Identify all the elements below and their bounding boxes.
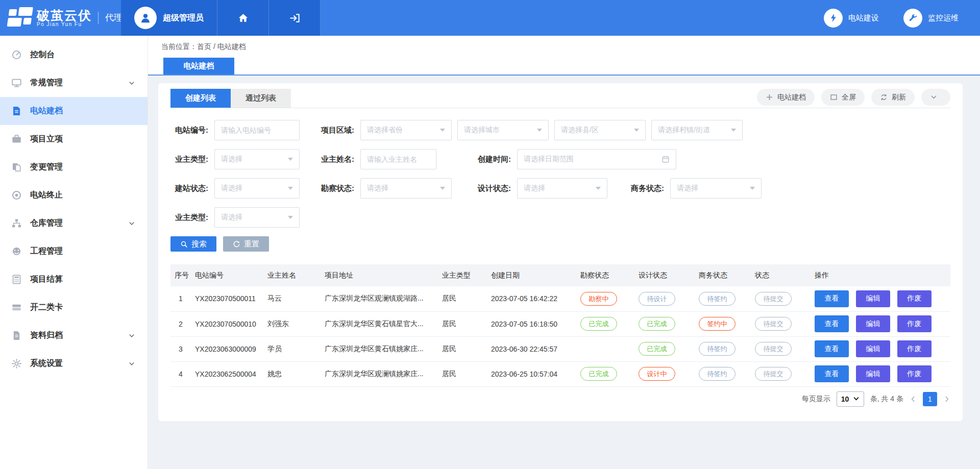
filter-row-1: 电站编号: 项目区域: 请选择省份 请选择城市 请选择县/区 请选择村镇/街道 <box>170 120 950 140</box>
sidebar-item[interactable]: 变更管理 <box>0 153 148 181</box>
filter-row-3: 建站状态: 请选择 勘察状态: 请选择 设计状态: 请选择 商务状态: <box>170 178 950 199</box>
table-header-cell: 业主姓名 <box>263 264 321 286</box>
next-page-button[interactable] <box>943 396 950 403</box>
filter-row-2: 业主类型: 请选择 业主姓名: 创建时间: 请选择日期范围 <box>170 149 950 169</box>
per-page-select[interactable]: 10 <box>837 391 864 407</box>
cell-owner-name: 学员 <box>263 336 321 361</box>
toolbar-button[interactable]: 电站建档 <box>757 89 815 106</box>
cell-index: 2 <box>170 311 191 336</box>
edit-button[interactable]: 编辑 <box>856 365 890 382</box>
void-button[interactable]: 作废 <box>897 340 932 357</box>
owner-name-input[interactable] <box>360 149 436 169</box>
panel-toolbar: 电站建档 全屏 刷新 <box>757 89 950 108</box>
edit-button[interactable]: 编辑 <box>856 340 890 357</box>
user-icon <box>139 11 152 24</box>
sidebar-item[interactable]: 电站终止 <box>0 181 148 209</box>
caret-down-icon <box>440 187 445 190</box>
town-select[interactable]: 请选择村镇/街道 <box>651 120 743 140</box>
main-header: 当前位置：首页 / 电站建档 电站建档 <box>148 36 980 76</box>
search-row: 搜索 重置 <box>170 236 950 252</box>
view-button[interactable]: 查看 <box>815 315 849 332</box>
calculator-icon <box>11 274 22 285</box>
caret-down-icon <box>596 187 601 190</box>
view-button[interactable]: 查看 <box>815 365 849 382</box>
sidebar-item-label: 仓库管理 <box>30 218 128 229</box>
survey-status-select[interactable]: 请选择 <box>360 178 452 199</box>
sidebar-item[interactable]: 电站建档 <box>0 97 148 125</box>
design-status-select[interactable]: 请选择 <box>517 178 607 199</box>
owner-type-select[interactable]: 请选择 <box>214 149 300 169</box>
chevron-down-icon <box>128 220 135 227</box>
toolbar-button[interactable]: 刷新 <box>871 89 915 106</box>
edit-button[interactable]: 编辑 <box>856 315 890 332</box>
filter-survey-status: 勘察状态: 请选择 <box>304 178 452 199</box>
fullscreen-icon <box>830 93 838 101</box>
survey-status-badge: 勘察中 <box>580 292 617 306</box>
sidebar-item[interactable]: 仓库管理 <box>0 209 148 237</box>
sidebar-item-label: 电站终止 <box>30 190 128 201</box>
filter-row-4: 业主类型: 请选择 <box>170 207 950 228</box>
sidebar-item-label: 项目结算 <box>30 274 128 285</box>
panel-tab[interactable]: 通过列表 <box>231 89 291 108</box>
cell-address: 广东深圳龙华区观澜镇观湖路... <box>321 286 438 311</box>
user-menu[interactable]: 超级管理员 <box>121 0 217 36</box>
calendar-icon <box>662 155 670 163</box>
build-status-select[interactable]: 请选择 <box>214 178 300 199</box>
user-name: 超级管理员 <box>163 13 204 23</box>
sidebar-item[interactable]: 资料归档 <box>0 322 148 350</box>
top-nav-label: 电站建设 <box>848 13 879 23</box>
caret-down-icon <box>634 129 639 132</box>
cell-owner-type: 居民 <box>438 311 487 336</box>
view-button[interactable]: 查看 <box>815 340 849 357</box>
view-button[interactable]: 查看 <box>815 290 849 307</box>
toolbar-button[interactable]: 全屏 <box>821 89 865 106</box>
sidebar-item[interactable]: 项目结算 <box>0 265 148 293</box>
cell-owner-name: 马云 <box>263 286 321 311</box>
sidebar: 控制台 常规管理 电站建档 项目立项 变 <box>0 36 148 469</box>
date-range-input[interactable]: 请选择日期范围 <box>517 149 676 169</box>
station-code-input[interactable] <box>214 120 300 140</box>
province-select[interactable]: 请选择省份 <box>360 120 452 140</box>
page-tab[interactable]: 电站建档 <box>163 58 234 75</box>
sidebar-item-label: 项目立项 <box>30 134 128 144</box>
sidebar-item[interactable]: 控制台 <box>0 41 148 69</box>
sidebar-item[interactable]: 工程管理 <box>0 237 148 265</box>
business-status-select[interactable]: 请选择 <box>670 178 762 199</box>
home-button[interactable] <box>217 0 269 36</box>
toolbar-button[interactable] <box>921 89 950 106</box>
avatar <box>134 7 157 29</box>
edit-button[interactable]: 编辑 <box>856 290 890 307</box>
breadcrumb-home-link[interactable]: 首页 <box>197 42 211 51</box>
logout-icon <box>289 12 301 24</box>
sidebar-item[interactable]: 常规管理 <box>0 69 148 97</box>
owner-type-select-2[interactable]: 请选择 <box>214 207 300 228</box>
city-select[interactable]: 请选择城市 <box>457 120 549 140</box>
prev-page-button[interactable] <box>910 396 917 403</box>
county-select[interactable]: 请选择县/区 <box>554 120 646 140</box>
search-button[interactable]: 搜索 <box>170 236 216 252</box>
logout-button[interactable] <box>269 0 321 36</box>
status-badge: 待提交 <box>755 342 792 356</box>
cell-created: 2023-07-05 16:18:50 <box>487 311 576 336</box>
page-number-current[interactable]: 1 <box>923 392 937 406</box>
sidebar-item-label: 工程管理 <box>30 246 128 257</box>
sidebar-item[interactable]: 开二类卡 <box>0 293 148 322</box>
table-header-cell: 商务状态 <box>695 264 751 286</box>
void-button[interactable]: 作废 <box>897 290 932 307</box>
topbar-right-nav: 电站建设 监控运维 <box>824 0 980 36</box>
void-button[interactable]: 作废 <box>897 365 932 382</box>
sidebar-item[interactable]: 项目立项 <box>0 125 148 153</box>
void-button[interactable]: 作废 <box>897 315 932 332</box>
survey-status-badge: 已完成 <box>580 317 617 331</box>
cell-address: 广东深圳龙华区黄石镇姚家庄... <box>321 336 438 361</box>
top-nav-item[interactable]: 电站建设 <box>824 9 879 28</box>
main-area: 当前位置：首页 / 电站建档 电站建档 创建列表 通过列表 <box>148 36 980 469</box>
panel-tab[interactable]: 创建列表 <box>170 89 231 108</box>
total-count: 条, 共 4 条 <box>870 394 903 404</box>
sidebar-item[interactable]: 系统设置 <box>0 350 148 378</box>
reset-button[interactable]: 重置 <box>223 236 269 252</box>
caret-down-icon <box>537 129 542 132</box>
table-header-row: 序号电站编号业主姓名项目地址业主类型创建日期勘察状态设计状态商务状态状态操作 <box>170 264 950 286</box>
search-icon <box>180 240 188 248</box>
top-nav-item[interactable]: 监控运维 <box>903 9 959 28</box>
